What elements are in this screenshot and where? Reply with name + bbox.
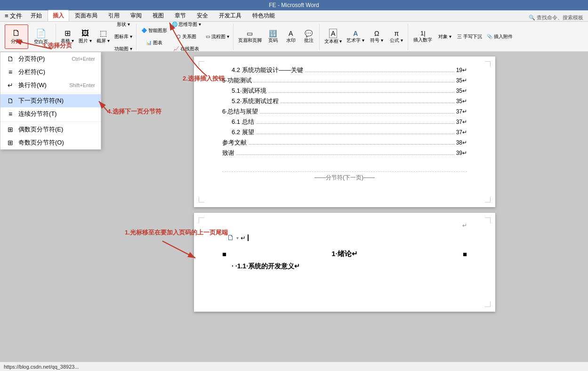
btn-header-footer[interactable]: ▭ 页眉和页脚 — [236, 24, 264, 49]
handwrite-label: 三 手写下沉 — [457, 33, 482, 40]
btn-mindmap[interactable]: 🌐 思维导图 ▾ — [170, 19, 203, 30]
insert-number-icon: 1| — [420, 30, 426, 37]
btn-shapes[interactable]: 形状 ▾ — [113, 19, 134, 30]
btn-page-number[interactable]: 🔢 页码 — [265, 24, 282, 49]
formula-label: 公式 ▾ — [390, 37, 403, 44]
dropdown-item-huanhang[interactable]: ↵ 换行符(W) Shift+Enter — [0, 79, 101, 92]
btn-artword[interactable]: A 艺术字 ▾ — [345, 24, 366, 49]
blank-page-icon: 📄 — [36, 28, 46, 39]
toc-title-5: 6·总结与展望 — [222, 107, 258, 116]
dropdown-item-xiayiye[interactable]: 🗋 下一页分节符(N) — [0, 94, 101, 107]
menu-file[interactable]: ≡ 文件 — [2, 11, 25, 21]
toc-dots-8 — [249, 144, 454, 145]
btn-flowchart[interactable]: ▭ 流程图 ▾ — [204, 31, 231, 42]
tab-home[interactable]: 开始 — [25, 10, 47, 21]
comment-label: 批注 — [304, 37, 314, 44]
toc-title-1: 4.2 系统功能设计——关键 — [232, 66, 303, 74]
btn-chart[interactable]: 📊 图表 — [139, 37, 169, 48]
tab-features[interactable]: 特色功能 — [247, 10, 280, 21]
toc-row-4: 5.2·系统测试过程 35↵ — [222, 97, 467, 105]
image-icon: 🖼 — [81, 29, 89, 38]
dropdown-item-jishu[interactable]: ⊞ 奇数页分节符(O) — [0, 136, 101, 149]
symbol-icon: Ω — [374, 30, 379, 37]
toolbar-group-extra: 1| 插入数字 对象 ▾ 三 手写下沉 📎 插入附件 — [409, 24, 516, 50]
toc-page-2: 35↵ — [456, 77, 467, 84]
xiayiye-label: 下一页分节符(N) — [18, 97, 64, 105]
left-panel: 🗋 分页符(P) Ctrl+Enter ≡ 分栏符(C) ↵ 换行符(W) Sh… — [0, 52, 101, 371]
btn-symbol[interactable]: Ω 符号 ▾ — [367, 24, 386, 49]
lianxu-label: 连续分节符(T) — [18, 110, 57, 118]
ribbon-tabs: ≡ 文件 开始 插入 页面布局 引用 审阅 视图 章节 安全 开发工具 特色功能… — [0, 10, 588, 22]
toc-title-3: 5.1·测试环境 — [232, 87, 266, 95]
toc-dots-7 — [256, 134, 454, 134]
toc-dots-3 — [268, 92, 454, 93]
section-title: · ·1.1·系统的开发意义↵ — [232, 262, 467, 271]
image-label: 图片 ▾ — [79, 38, 92, 44]
page-gap — [194, 207, 495, 213]
cursor-indicator: ↵ — [241, 234, 246, 242]
page-small-icon: 🗋 — [227, 234, 234, 242]
main-area: 🗋 分页符(P) Ctrl+Enter ≡ 分栏符(C) ↵ 换行符(W) Sh… — [0, 52, 588, 371]
toolbar-group-insert: ⊞ 表格 ▾ 🖼 图片 ▾ ⬚ 截屏 ▾ 形状 ▾ 图标库 ▾ 功能图 ▾ — [57, 24, 137, 50]
tab-devtools[interactable]: 开发工具 — [214, 10, 247, 21]
btn-smart-shape[interactable]: 🔷 智能图形 — [139, 25, 169, 36]
btn-formula[interactable]: π 公式 ▾ — [387, 24, 406, 49]
corner-bl — [199, 197, 204, 202]
toc-row-1: 4.2 系统功能设计——关键 19↵ — [222, 66, 467, 74]
toc-dots-6 — [256, 123, 454, 124]
btn-watermark[interactable]: A 水印 — [282, 24, 299, 49]
btn-image[interactable]: 🖼 图片 ▾ — [77, 24, 94, 49]
watermark-icon: A — [289, 30, 293, 37]
dropdown-item-oushu[interactable]: ⊞ 偶数页分节符(E) — [0, 123, 101, 136]
toc-page-1: 19↵ — [456, 67, 467, 73]
page-icon-dropdown: ▾ — [236, 235, 239, 241]
toc-page-9: 39↵ — [456, 150, 467, 156]
toc-dots-1 — [305, 72, 454, 72]
toolbar-group-smart: 🔷 智能图形 📊 图表 🌐 思维导图 ▾ ⬡ 关系图 📈 在线图表 ▭ 流程图 … — [137, 24, 234, 50]
dropdown-item-fenyefu[interactable]: 🗋 分页符(P) Ctrl+Enter — [0, 52, 101, 65]
fenyefu-label: 分页符(P) — [18, 55, 45, 63]
corner-br — [485, 197, 491, 202]
btn-align-obj[interactable]: 对象 ▾ — [435, 24, 454, 49]
formula-icon: π — [394, 30, 399, 37]
title-text: FE - Microsoft Word — [269, 2, 319, 8]
btn-attach[interactable]: 📎 插入附件 — [485, 24, 515, 49]
tab-layout[interactable]: 页面布局 — [70, 10, 103, 21]
btn-screenshot[interactable]: ⬚ 截屏 ▾ — [95, 24, 112, 49]
cursor-line: ↵ — [222, 222, 467, 229]
toc-row-7: 6.2 展望 37↵ — [222, 128, 467, 137]
section-break-text: ——分节符(下一页)—— — [314, 174, 375, 181]
toc-title-4: 5.2·系统测试过程 — [232, 97, 279, 105]
toc-row-6: 6.1 总结 37↵ — [222, 118, 467, 126]
fenlang-icon: ≡ — [6, 68, 15, 76]
status-url: https://blog.csdn.net/qq_38923... — [4, 364, 79, 370]
huanhang-label: 换行符(W) — [18, 81, 47, 89]
header-footer-icon: ▭ — [247, 30, 253, 37]
btn-insert-number[interactable]: 1| 插入数字 — [411, 24, 435, 49]
tab-insert[interactable]: 插入 — [48, 10, 69, 21]
corner-tl — [199, 61, 204, 67]
dropdown-item-lianxu[interactable]: ≡ 连续分节符(T) — [0, 107, 101, 121]
toc-title-8: 参考文献 — [222, 138, 247, 147]
dropdown-item-fenlang[interactable]: ≡ 分栏符(C) — [0, 65, 101, 79]
search-bar[interactable]: 🔍 查找命令、搜索模板 — [529, 14, 586, 21]
table-label: 表格 ▾ — [61, 38, 74, 44]
table-icon: ⊞ — [64, 29, 71, 38]
toc-row-3: 5.1·测试环境 35↵ — [222, 87, 467, 95]
corner-tr — [485, 61, 491, 67]
separator-1 — [0, 93, 101, 93]
btn-table[interactable]: ⊞ 表格 ▾ — [59, 24, 76, 49]
btn-icons-lib[interactable]: 图标库 ▾ — [113, 31, 134, 42]
btn-relation[interactable]: ⬡ 关系图 — [170, 31, 203, 42]
btn-textbox[interactable]: A 文本框 ▾ — [322, 24, 344, 49]
tab-view[interactable]: 视图 — [147, 10, 169, 21]
toc-dots-5 — [260, 113, 454, 113]
toc-title-6: 6.1 总结 — [232, 118, 254, 126]
toc-title-7: 6.2 展望 — [232, 128, 254, 137]
btn-blank-page[interactable]: 📄 空白页 — [29, 24, 53, 49]
page-cursor-area: 🗋 ▾ ↵ — [222, 234, 467, 242]
btn-page-break[interactable]: 🗋 分页 ▾ — [5, 24, 28, 49]
attach-label: 📎 插入附件 — [487, 33, 513, 40]
btn-handwrite[interactable]: 三 手写下沉 — [455, 24, 484, 49]
btn-comment[interactable]: 💬 批注 — [300, 24, 317, 49]
